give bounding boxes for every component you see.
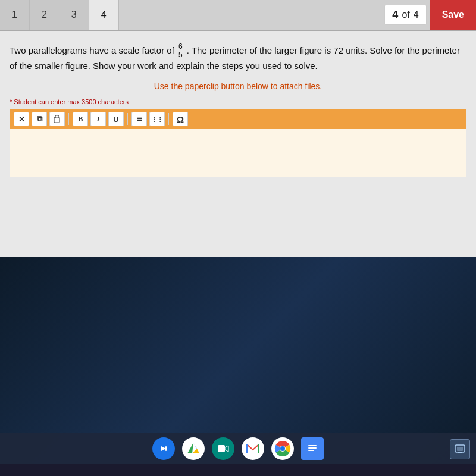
screen-mirror-icon[interactable] bbox=[450, 439, 470, 459]
tab-3[interactable]: 3 bbox=[60, 0, 89, 30]
svg-rect-22 bbox=[457, 447, 463, 451]
svg-rect-8 bbox=[218, 445, 225, 452]
rich-text-editor[interactable]: ✕ ⧉ B I U ≡ ⋮⋮ Ω bbox=[10, 109, 466, 177]
bold-button[interactable]: B bbox=[73, 112, 88, 126]
copy-button[interactable]: ⧉ bbox=[32, 112, 47, 126]
underline-button[interactable]: U bbox=[108, 112, 124, 126]
svg-rect-17 bbox=[308, 445, 317, 446]
total-pages: 4 bbox=[414, 10, 419, 20]
fraction: 6 5 bbox=[178, 43, 183, 59]
svg-rect-1 bbox=[55, 115, 59, 118]
taskbar-right-area bbox=[450, 439, 470, 459]
taskbar bbox=[0, 433, 476, 464]
nav-spacer bbox=[119, 0, 381, 30]
svg-rect-4 bbox=[165, 446, 167, 451]
italic-button[interactable]: I bbox=[90, 112, 106, 126]
question-text: Two parallelograms have a scale factor o… bbox=[10, 43, 466, 73]
fraction-denominator: 5 bbox=[178, 51, 183, 59]
editor-body[interactable] bbox=[10, 129, 466, 177]
svg-rect-10 bbox=[246, 443, 259, 454]
taskbar-icon-docs[interactable] bbox=[301, 437, 324, 460]
svg-rect-19 bbox=[308, 450, 314, 451]
taskbar-icon-gmail[interactable] bbox=[242, 437, 264, 460]
taskbar-icon-drive[interactable] bbox=[182, 437, 205, 460]
toolbar-sep-3 bbox=[168, 113, 169, 125]
main-content: Two parallelograms have a scale factor o… bbox=[0, 31, 476, 257]
attach-notice: Use the paperclip button below to attach… bbox=[10, 82, 466, 91]
page-indicator: 4 of 4 bbox=[384, 5, 426, 25]
svg-rect-21 bbox=[458, 452, 462, 453]
svg-marker-9 bbox=[225, 446, 228, 452]
fraction-numerator: 6 bbox=[178, 43, 183, 51]
toolbar-sep-2 bbox=[127, 113, 128, 125]
unordered-list-button[interactable]: ≡ bbox=[131, 112, 147, 126]
question-text-before: Two parallelograms have a scale factor o… bbox=[10, 45, 174, 55]
save-button[interactable]: Save bbox=[430, 0, 476, 30]
tab-2[interactable]: 2 bbox=[30, 0, 60, 30]
tab-4[interactable]: 4 bbox=[89, 0, 119, 30]
top-navigation-bar: 1 2 3 4 4 of 4 Save bbox=[0, 0, 476, 31]
editor-toolbar: ✕ ⧉ B I U ≡ ⋮⋮ Ω bbox=[10, 109, 466, 129]
svg-marker-5 bbox=[187, 443, 193, 453]
taskbar-icon-zoom[interactable] bbox=[152, 437, 175, 460]
toolbar-sep-1 bbox=[68, 113, 69, 125]
taskbar-icon-chrome[interactable] bbox=[271, 437, 294, 460]
taskbar-icon-meet[interactable] bbox=[212, 437, 234, 460]
of-label: of bbox=[402, 10, 409, 20]
text-cursor bbox=[15, 135, 15, 145]
cut-button[interactable]: ✕ bbox=[14, 112, 29, 126]
svg-rect-18 bbox=[308, 447, 317, 449]
current-page: 4 bbox=[392, 9, 398, 21]
desktop-area bbox=[0, 257, 476, 464]
char-limit-label: * Student can enter max 3500 characters bbox=[10, 98, 466, 105]
ordered-list-button[interactable]: ⋮⋮ bbox=[149, 112, 165, 126]
special-char-button[interactable]: Ω bbox=[173, 112, 188, 126]
tab-1[interactable]: 1 bbox=[0, 0, 30, 30]
svg-point-15 bbox=[280, 446, 285, 451]
paste-button[interactable] bbox=[49, 112, 65, 126]
